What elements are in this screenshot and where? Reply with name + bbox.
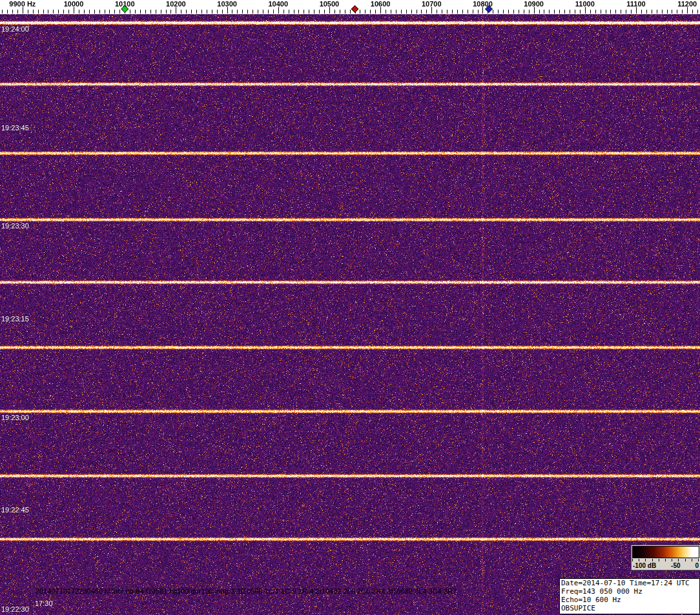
colorbar-labels: -100 dB -50 0 xyxy=(632,561,699,569)
db-colorbar: -100 dB -50 0 xyxy=(631,545,700,570)
info-station: OBSUPICE xyxy=(561,604,698,612)
partial-time-label: 17:30 xyxy=(35,600,53,607)
colorbar-gradient xyxy=(632,546,699,558)
time-label: 19:24:00 xyxy=(1,25,29,33)
info-date-time: Date=2014-07-10 Time=17:24 UTC xyxy=(561,579,698,587)
observation-info-box: Date=2014-07-10 Time=17:24 UTC Freq=143 … xyxy=(559,578,700,614)
event-annotation-text: 20140710172230460 hCnt7 nb-84 f10581 hit… xyxy=(36,587,457,595)
waterfall-screen: 19:24:0019:23:4519:23:3019:23:1519:23:00… xyxy=(0,0,700,615)
time-label: 19:22:45 xyxy=(1,506,29,514)
time-label: 19:22:30 xyxy=(1,605,29,613)
time-label: 19:23:00 xyxy=(1,414,29,421)
colorbar-mid-label: -50 xyxy=(671,562,680,569)
time-label: 19:23:15 xyxy=(1,315,29,323)
colorbar-min-label: -100 dB xyxy=(633,562,656,569)
time-label: 19:23:45 xyxy=(1,124,29,132)
colorbar-max-label: 0 xyxy=(695,562,699,569)
info-frequency: Freq=143 050 000 Hz xyxy=(561,587,698,596)
info-echo: Echo=10 600 Hz xyxy=(561,596,698,604)
time-label: 19:23:30 xyxy=(1,222,29,230)
frequency-ruler[interactable] xyxy=(0,0,700,14)
spectrogram-waterfall xyxy=(0,14,700,615)
